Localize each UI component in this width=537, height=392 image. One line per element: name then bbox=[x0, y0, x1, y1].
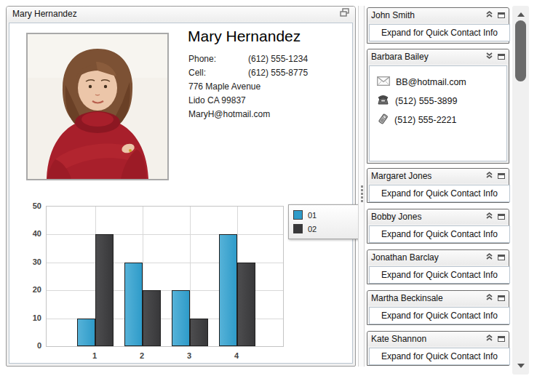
expand-quick-contact-button[interactable]: Expand for Quick Contact Info bbox=[369, 185, 510, 202]
window-icon[interactable] bbox=[498, 12, 505, 18]
envelope-icon bbox=[377, 76, 390, 88]
expand-quick-contact-button[interactable]: Expand for Quick Contact Info bbox=[369, 348, 510, 365]
contact-card-header[interactable]: Mary Hernandez bbox=[7, 7, 355, 22]
splitter-grip-icon[interactable] bbox=[361, 185, 363, 188]
window-icon[interactable] bbox=[498, 54, 505, 60]
chart-bar bbox=[77, 319, 95, 346]
y-tick-label: 10 bbox=[24, 313, 41, 323]
contact-details: Phone: (612) 555-1234 Cell: (612) 555-87… bbox=[188, 52, 308, 121]
group-title: Margaret Jones bbox=[371, 171, 485, 181]
legend-entry: 01 bbox=[293, 208, 354, 222]
cell-label: Cell: bbox=[188, 66, 248, 80]
x-tick-label: 3 bbox=[180, 351, 198, 360]
y-tick-label: 0 bbox=[24, 340, 41, 351]
window-icon[interactable] bbox=[498, 255, 505, 260]
group-title: Barbara Bailey bbox=[371, 52, 485, 62]
double-chevron-down-icon[interactable] bbox=[485, 52, 493, 62]
legend-swatch bbox=[293, 224, 303, 233]
chart-bar bbox=[237, 263, 255, 346]
window-icon[interactable] bbox=[498, 173, 505, 179]
address-line2: Lido CA 99837 bbox=[188, 94, 308, 108]
email-value: MaryH@hotmail.com bbox=[188, 108, 308, 121]
chart-bar bbox=[143, 290, 161, 346]
chart-bar bbox=[219, 234, 237, 346]
phone-value: (612) 555-1234 bbox=[248, 52, 308, 66]
cell-value: (612) 555-8775 bbox=[248, 66, 308, 80]
group-header[interactable]: Martha Beckinsale bbox=[367, 291, 509, 305]
contact-group-bobby-jones: Bobby Jones Expand for Quick Contact Inf… bbox=[367, 209, 509, 244]
contact-card-title: Mary Hernandez bbox=[12, 7, 77, 22]
group-header[interactable]: Margaret Jones bbox=[367, 169, 509, 183]
double-chevron-up-icon[interactable] bbox=[485, 293, 493, 303]
group-header[interactable]: Kate Shannon bbox=[367, 332, 509, 346]
legend-label: 02 bbox=[308, 225, 317, 233]
group-title: Jonathan Barclay bbox=[371, 252, 485, 263]
double-chevron-up-icon[interactable] bbox=[485, 252, 493, 263]
quick-contact-info: BB@hotmail.com (512) 555-3899 (512) 555-… bbox=[369, 65, 507, 161]
contact-group-margaret-jones: Margaret Jones Expand for Quick Contact … bbox=[367, 168, 509, 203]
expand-quick-contact-button[interactable]: Expand for Quick Contact Info bbox=[369, 24, 510, 41]
legend-swatch bbox=[293, 210, 303, 220]
address-line1: 776 Maple Avenue bbox=[188, 80, 308, 94]
scrollbar-thumb[interactable] bbox=[515, 20, 526, 81]
scroll-down-arrow-icon[interactable] bbox=[512, 360, 529, 372]
chart-bar bbox=[172, 290, 190, 346]
chart-bar bbox=[124, 263, 143, 346]
chart-bar bbox=[95, 234, 114, 346]
group-header[interactable]: Bobby Jones bbox=[367, 209, 509, 224]
x-tick-label: 4 bbox=[228, 351, 245, 360]
contact-group-jonathan-barclay: Jonathan Barclay Expand for Quick Contac… bbox=[367, 249, 509, 284]
gridline bbox=[47, 234, 283, 235]
expand-quick-contact-button[interactable]: Expand for Quick Contact Info bbox=[369, 307, 510, 324]
contact-group-john-smith: John Smith Expand for Quick Contact Info bbox=[367, 7, 509, 44]
quick-phone-value: (512) 555-3899 bbox=[395, 96, 457, 106]
chart-legend: 0102 bbox=[288, 204, 359, 239]
quick-email-value: BB@hotmail.com bbox=[396, 77, 466, 87]
window-icon[interactable] bbox=[498, 295, 505, 301]
group-header[interactable]: Jonathan Barclay bbox=[367, 250, 509, 265]
cell-phone-icon bbox=[377, 113, 389, 127]
group-header[interactable]: Barbara Bailey bbox=[367, 49, 509, 64]
quick-cell-value: (512) 555-2221 bbox=[394, 115, 456, 125]
expand-quick-contact-button[interactable]: Expand for Quick Contact Info bbox=[369, 225, 510, 243]
contact-card-body: Mary Hernandez Phone: (612) 555-1234 Cel… bbox=[9, 23, 353, 364]
double-chevron-up-icon[interactable] bbox=[485, 334, 493, 344]
expand-quick-contact-button[interactable]: Expand for Quick Contact Info bbox=[369, 266, 510, 284]
panel-splitter[interactable] bbox=[358, 6, 365, 367]
double-chevron-up-icon[interactable] bbox=[485, 212, 493, 222]
group-title: John Smith bbox=[371, 10, 485, 20]
chart-bar bbox=[190, 319, 208, 346]
contact-name: Mary Hernandez bbox=[188, 28, 301, 45]
x-tick-label: 2 bbox=[133, 351, 151, 360]
phone-label: Phone: bbox=[188, 52, 248, 66]
contact-group-martha-beckinsale: Martha Beckinsale Expand for Quick Conta… bbox=[367, 290, 509, 325]
group-header[interactable]: John Smith bbox=[367, 8, 509, 23]
portrait-illustration bbox=[28, 34, 167, 179]
float-window-icon[interactable] bbox=[340, 7, 349, 22]
contact-group-kate-shannon: Kate Shannon Expand for Quick Contact In… bbox=[367, 331, 509, 366]
group-title: Kate Shannon bbox=[371, 334, 485, 344]
window-icon[interactable] bbox=[498, 336, 505, 342]
contact-card-panel: Mary Hernandez bbox=[6, 6, 356, 367]
desk-phone-icon bbox=[377, 95, 389, 108]
y-tick-label: 50 bbox=[24, 201, 41, 211]
scroll-up-arrow-icon[interactable] bbox=[512, 9, 529, 20]
y-tick-label: 40 bbox=[24, 228, 41, 239]
chart-plot-area bbox=[46, 206, 284, 347]
contact-photo bbox=[26, 33, 169, 180]
legend-label: 01 bbox=[308, 211, 317, 220]
x-tick-label: 1 bbox=[86, 351, 103, 360]
window-icon[interactable] bbox=[498, 214, 505, 220]
double-chevron-up-icon[interactable] bbox=[485, 171, 493, 181]
y-tick-label: 30 bbox=[24, 257, 41, 267]
contact-group-barbara-bailey: Barbara Bailey BB@hotmail.com (512) 555-… bbox=[367, 49, 509, 164]
contact-chart: 01020304050 1234 0102 bbox=[24, 203, 356, 374]
group-title: Bobby Jones bbox=[371, 212, 485, 222]
group-title: Martha Beckinsale bbox=[371, 293, 485, 303]
legend-entry: 02 bbox=[293, 222, 354, 236]
vertical-scrollbar[interactable] bbox=[512, 6, 529, 375]
y-tick-label: 20 bbox=[24, 284, 41, 295]
double-chevron-up-icon[interactable] bbox=[485, 10, 493, 20]
